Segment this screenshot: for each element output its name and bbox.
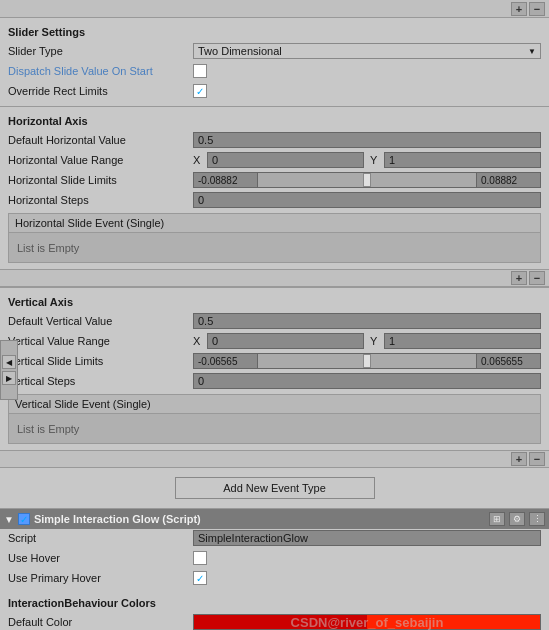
- v-slider-thumb[interactable]: [363, 354, 371, 368]
- v-xy-row: X 0 Y 1: [193, 333, 541, 349]
- dispatch-label: Dispatch Slide Value On Start: [8, 65, 193, 77]
- v-event-label: Vertical Slide Event (Single): [15, 398, 151, 410]
- h-slide-limits-row: Horizontal Slide Limits -0.08882 0.08882: [8, 171, 541, 189]
- horizontal-axis-title: Horizontal Axis: [8, 115, 541, 127]
- add-event-button[interactable]: Add New Event Type: [175, 477, 375, 499]
- h-bottom-bar: + −: [0, 269, 549, 287]
- minus-btn-top[interactable]: −: [529, 2, 545, 16]
- v-steps-label: Vertical Steps: [8, 375, 193, 387]
- h-slider-val-right: 0.08882: [476, 172, 541, 188]
- v-plus-btn[interactable]: +: [511, 452, 527, 466]
- v-y-label: Y: [370, 335, 382, 347]
- v-slide-limits-label: Vertical Slide Limits: [8, 355, 193, 367]
- v-slide-limits-row: Vertical Slide Limits -0.06565 0.065655: [8, 352, 541, 370]
- dispatch-link[interactable]: Dispatch Slide Value On Start: [8, 65, 153, 77]
- h-slider-track[interactable]: [258, 172, 476, 188]
- vertical-axis-title: Vertical Axis: [8, 296, 541, 308]
- default-h-value-box[interactable]: 0.5: [193, 132, 541, 148]
- v-x-label: X: [193, 335, 205, 347]
- script-value[interactable]: SimpleInteractionGlow: [193, 530, 541, 546]
- h-slide-limits-label: Horizontal Slide Limits: [8, 174, 193, 186]
- override-row: Override Rect Limits: [8, 82, 541, 100]
- default-v-value-box[interactable]: 0.5: [193, 313, 541, 329]
- v-x-input[interactable]: 0: [207, 333, 364, 349]
- horizontal-axis-section: Horizontal Axis Default Horizontal Value…: [0, 107, 549, 267]
- h-plus-btn[interactable]: +: [511, 271, 527, 285]
- v-slider-val-left: -0.06565: [193, 353, 258, 369]
- v-slider-val-right: 0.065655: [476, 353, 541, 369]
- component-icon-btn-1[interactable]: ⊞: [489, 512, 505, 526]
- default-color-row: Default Color CSDN@river_of_sebaijin: [8, 613, 541, 630]
- default-h-value-row: Default Horizontal Value 0.5: [8, 131, 541, 149]
- h-steps-row: Horizontal Steps 0: [8, 191, 541, 209]
- use-primary-hover-row: Use Primary Hover: [0, 569, 549, 587]
- component-header: ▼ Simple Interaction Glow (Script) ⊞ ⚙ ⋮: [0, 509, 549, 529]
- handle-top-btn[interactable]: ◀: [2, 355, 16, 369]
- x-label: X: [193, 154, 205, 166]
- default-color-swatch-container: CSDN@river_of_sebaijin: [193, 614, 541, 630]
- default-v-value-label: Default Vertical Value: [8, 315, 193, 327]
- use-hover-row: Use Hover: [0, 549, 549, 567]
- h-event-header: Horizontal Slide Event (Single): [8, 213, 541, 233]
- h-slider-row: -0.08882 0.08882: [193, 172, 541, 188]
- default-color-swatch[interactable]: [193, 614, 541, 630]
- dispatch-row: Dispatch Slide Value On Start: [8, 62, 541, 80]
- v-slider-row: -0.06565 0.065655: [193, 353, 541, 369]
- slider-type-dropdown[interactable]: Two Dimensional ▼: [193, 43, 541, 59]
- dropdown-arrow-icon: ▼: [528, 47, 536, 56]
- h-minus-btn[interactable]: −: [529, 271, 545, 285]
- slider-type-value: Two Dimensional: [198, 45, 282, 57]
- default-h-value-label: Default Horizontal Value: [8, 134, 193, 146]
- use-hover-checkbox[interactable]: [193, 551, 207, 565]
- h-slider-thumb[interactable]: [363, 173, 371, 187]
- override-checkbox[interactable]: [193, 84, 207, 98]
- component-title: Simple Interaction Glow (Script): [34, 513, 485, 525]
- v-bottom-bar: + −: [0, 450, 549, 468]
- h-xy-row: X 0 Y 1: [193, 152, 541, 168]
- h-value-range-label: Horizontal Value Range: [8, 154, 193, 166]
- dispatch-checkbox[interactable]: [193, 64, 207, 78]
- component-enable-checkbox[interactable]: [18, 513, 30, 525]
- h-steps-value[interactable]: 0: [193, 192, 541, 208]
- default-v-value-row: Default Vertical Value 0.5: [8, 312, 541, 330]
- v-event-header: Vertical Slide Event (Single): [8, 394, 541, 414]
- h-slider-val-left: -0.08882: [193, 172, 258, 188]
- h-event-label: Horizontal Slide Event (Single): [15, 217, 164, 229]
- top-bar: + −: [0, 0, 549, 18]
- add-event-label: Add New Event Type: [223, 482, 326, 494]
- colours-title: InteractionBehaviour Colors: [8, 597, 541, 609]
- slider-type-label: Slider Type: [8, 45, 193, 57]
- v-value-range-label: Vertical Value Range: [8, 335, 193, 347]
- v-steps-value[interactable]: 0: [193, 373, 541, 389]
- h-list-empty-text: List is Empty: [17, 242, 79, 254]
- override-label: Override Rect Limits: [8, 85, 193, 97]
- v-value-range-row: Vertical Value Range X 0 Y 1: [8, 332, 541, 350]
- left-handle: ◀ ▶: [0, 340, 18, 400]
- use-primary-hover-checkbox[interactable]: [193, 571, 207, 585]
- h-x-input[interactable]: 0: [207, 152, 364, 168]
- script-row: Script SimpleInteractionGlow: [0, 529, 549, 547]
- v-slider-track[interactable]: [258, 353, 476, 369]
- v-event-list: List is Empty: [8, 414, 541, 444]
- default-color-label: Default Color: [8, 616, 193, 628]
- slider-type-row: Slider Type Two Dimensional ▼: [8, 42, 541, 60]
- v-y-input[interactable]: 1: [384, 333, 541, 349]
- script-label: Script: [8, 532, 193, 544]
- h-event-list: List is Empty: [8, 233, 541, 263]
- handle-bottom-btn[interactable]: ▶: [2, 371, 16, 385]
- slider-settings-section: Slider Settings Slider Type Two Dimensio…: [0, 18, 549, 106]
- h-value-range-row: Horizontal Value Range X 0 Y 1: [8, 151, 541, 169]
- plus-btn-top[interactable]: +: [511, 2, 527, 16]
- v-minus-btn[interactable]: −: [529, 452, 545, 466]
- colours-section: InteractionBehaviour Colors Default Colo…: [0, 589, 549, 630]
- component-icon-btn-2[interactable]: ⚙: [509, 512, 525, 526]
- h-steps-label: Horizontal Steps: [8, 194, 193, 206]
- use-primary-hover-label: Use Primary Hover: [8, 572, 193, 584]
- expand-arrow-icon[interactable]: ▼: [4, 514, 14, 525]
- h-y-input[interactable]: 1: [384, 152, 541, 168]
- v-steps-row: Vertical Steps 0: [8, 372, 541, 390]
- vertical-axis-section: Vertical Axis Default Vertical Value 0.5…: [0, 288, 549, 448]
- component-icon-btn-3[interactable]: ⋮: [529, 512, 545, 526]
- y-label: Y: [370, 154, 382, 166]
- use-hover-label: Use Hover: [8, 552, 193, 564]
